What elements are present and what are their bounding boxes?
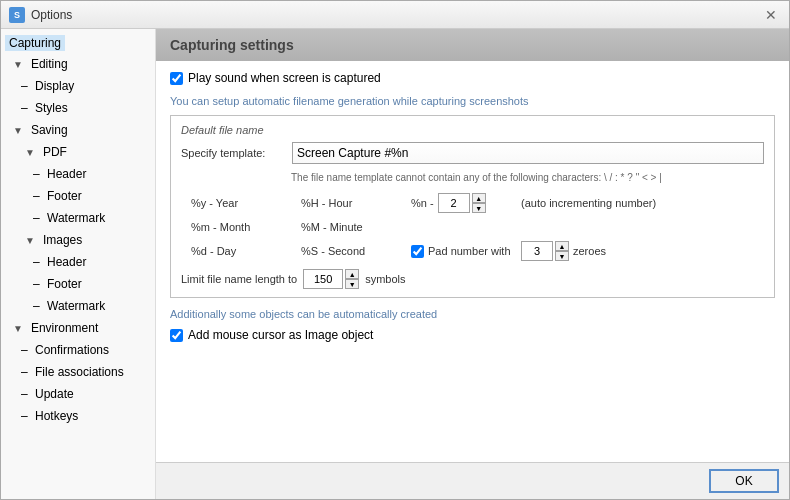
limit-spinner-input[interactable] <box>303 269 343 289</box>
var-auto-increment: (auto incrementing number) <box>517 195 764 211</box>
sidebar-item-file-associations[interactable]: – File associations <box>1 361 155 383</box>
var-n-label: %n - <box>411 197 434 209</box>
play-sound-row: Play sound when screen is captured <box>170 71 775 85</box>
panel-body: Play sound when screen is captured You c… <box>156 61 789 462</box>
close-button[interactable]: ✕ <box>761 5 781 25</box>
ok-button[interactable]: OK <box>709 469 779 493</box>
sidebar-item-footer-img[interactable]: – Footer <box>1 273 155 295</box>
options-window: S Options ✕ Capturing ▼ Editing – Displa… <box>0 0 790 500</box>
vars-grid: %y - Year %H - Hour %n - ▲ ▼ <box>181 191 764 263</box>
sidebar-item-watermark-img[interactable]: – Watermark <box>1 295 155 317</box>
sidebar-item-footer-pdf[interactable]: – Footer <box>1 185 155 207</box>
right-panel: Capturing settings Play sound when scree… <box>156 29 789 499</box>
sidebar-item-header-img[interactable]: – Header <box>1 251 155 273</box>
auto-filename-desc: You can setup automatic filename generat… <box>170 95 775 107</box>
pad-spinner-input[interactable] <box>521 241 553 261</box>
bottom-section: Additionally some objects can be automat… <box>170 308 775 342</box>
sidebar-item-editing[interactable]: ▼ Editing <box>1 53 155 75</box>
zeroes-label: zeroes <box>573 245 606 257</box>
limit-spinner-buttons: ▲ ▼ <box>345 269 359 289</box>
app-icon: S <box>9 7 25 23</box>
pad-row: Pad number with <box>411 245 513 258</box>
template-row: Specify template: <box>181 142 764 164</box>
var-year: %y - Year <box>187 195 297 211</box>
play-sound-label: Play sound when screen is captured <box>188 71 381 85</box>
sidebar-item-environment[interactable]: ▼ Environment <box>1 317 155 339</box>
warning-text: The file name template cannot contain an… <box>181 172 764 183</box>
add-cursor-label: Add mouse cursor as Image object <box>188 328 373 342</box>
var-row2-empty2 <box>517 225 764 229</box>
window-title: Options <box>31 8 761 22</box>
sidebar-item-update[interactable]: – Update <box>1 383 155 405</box>
sidebar-item-capturing[interactable]: Capturing <box>1 33 155 53</box>
pad-spinner-down[interactable]: ▼ <box>555 251 569 261</box>
main-content: Capturing ▼ Editing – Display – Styles ▼… <box>1 29 789 499</box>
var-hour: %H - Hour <box>297 195 407 211</box>
var-n-spinner-cell: %n - ▲ ▼ <box>407 191 517 215</box>
var-day: %d - Day <box>187 243 297 259</box>
sidebar-item-hotkeys[interactable]: – Hotkeys <box>1 405 155 427</box>
var-minute: %M - Minute <box>297 219 407 235</box>
additional-label: Additionally some objects can be automat… <box>170 308 775 320</box>
pad-spinner-group: ▲ ▼ <box>521 241 569 261</box>
sidebar-item-display[interactable]: – Display <box>1 75 155 97</box>
limit-spinner-down[interactable]: ▼ <box>345 279 359 289</box>
n-spinner-buttons: ▲ ▼ <box>472 193 486 213</box>
pad-spinner-zeroes-cell: ▲ ▼ zeroes <box>517 239 764 263</box>
template-label: Specify template: <box>181 147 286 159</box>
sidebar-item-styles[interactable]: – Styles <box>1 97 155 119</box>
n-spinner-up[interactable]: ▲ <box>472 193 486 203</box>
panel-title: Capturing settings <box>156 29 789 61</box>
pad-spinner-buttons: ▲ ▼ <box>555 241 569 261</box>
group-title: Default file name <box>181 124 764 136</box>
default-filename-group: Default file name Specify template: The … <box>170 115 775 298</box>
button-bar: OK <box>156 462 789 499</box>
limit-suffix: symbols <box>365 273 405 285</box>
add-cursor-checkbox[interactable] <box>170 329 183 342</box>
sidebar-item-saving[interactable]: ▼ Saving <box>1 119 155 141</box>
pad-number-label: Pad number with <box>428 245 511 257</box>
sidebar-item-header-pdf[interactable]: – Header <box>1 163 155 185</box>
n-spinner-input[interactable] <box>438 193 470 213</box>
var-second: %S - Second <box>297 243 407 259</box>
limit-row: Limit file name length to ▲ ▼ symbols <box>181 269 764 289</box>
pad-checkbox[interactable] <box>411 245 424 258</box>
play-sound-checkbox[interactable] <box>170 72 183 85</box>
sidebar-item-images[interactable]: ▼ Images <box>1 229 155 251</box>
sidebar: Capturing ▼ Editing – Display – Styles ▼… <box>1 29 156 499</box>
add-cursor-row: Add mouse cursor as Image object <box>170 328 775 342</box>
template-input[interactable] <box>292 142 764 164</box>
limit-label: Limit file name length to <box>181 273 297 285</box>
pad-spinner-up[interactable]: ▲ <box>555 241 569 251</box>
limit-spinner-group: ▲ ▼ <box>303 269 359 289</box>
var-row2-empty <box>407 225 517 229</box>
sidebar-item-watermark-pdf[interactable]: – Watermark <box>1 207 155 229</box>
n-spinner-down[interactable]: ▼ <box>472 203 486 213</box>
pad-checkbox-cell: Pad number with <box>407 243 517 260</box>
sidebar-item-confirmations[interactable]: – Confirmations <box>1 339 155 361</box>
sidebar-item-pdf[interactable]: ▼ PDF <box>1 141 155 163</box>
var-month: %m - Month <box>187 219 297 235</box>
n-spinner-group: ▲ ▼ <box>438 193 486 213</box>
limit-spinner-up[interactable]: ▲ <box>345 269 359 279</box>
title-bar: S Options ✕ <box>1 1 789 29</box>
